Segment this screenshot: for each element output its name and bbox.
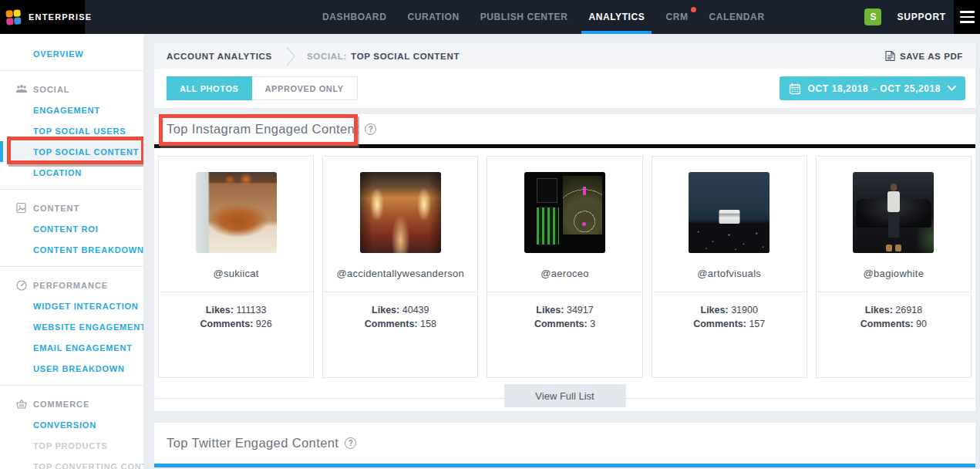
instagram-handle: @sukiicat: [159, 268, 313, 279]
sidebar-item-label: TOP SOCIAL USERS: [33, 127, 126, 136]
instagram-photo[interactable]: [196, 172, 277, 253]
sidebar-item-label: LOCATION: [33, 168, 82, 177]
likes-label: Likes:: [372, 305, 399, 315]
sidebar-item-user-breakdown[interactable]: USER BREAKDOWN: [0, 358, 143, 379]
date-range-picker[interactable]: OCT 18,2018 – OCT 25,2018: [780, 76, 965, 100]
sidebar-item-label: USER BREAKDOWN: [33, 364, 125, 373]
sidebar-item-conversion[interactable]: CONVERSION: [0, 414, 143, 435]
breadcrumb: ACCOUNT ANALYTICS SOCIAL: TOP SOCIAL CON…: [154, 43, 975, 69]
sidebar-item-top-products: TOP PRODUCTS: [0, 435, 143, 456]
card-stats: Likes: 34917 Comments: 3: [487, 292, 642, 331]
tab-all-photos[interactable]: ALL PHOTOS: [167, 76, 252, 100]
likes-value: 40439: [402, 305, 429, 315]
content-card: @bagiowhite Likes: 26918 Comments: 90: [816, 156, 972, 378]
breadcrumb-root[interactable]: ACCOUNT ANALYTICS: [167, 52, 272, 61]
sidebar-item-overview[interactable]: OVERVIEW: [0, 43, 143, 64]
instagram-cards: @sukiicat Likes: 111133 Comments: 926 @a…: [154, 148, 975, 378]
divider: [0, 189, 143, 190]
sidebar-item-label: ENGAGEMENT: [33, 106, 100, 115]
card-stats: Likes: 31900 Comments: 157: [652, 292, 807, 331]
brand-logo-icon: [5, 9, 21, 25]
sidebar-item-label: TOP PRODUCTS: [33, 441, 108, 450]
instagram-handle: @artofvisuals: [652, 268, 807, 279]
nav-item-analytics[interactable]: ANALYTICS: [588, 0, 645, 34]
divider: [0, 70, 143, 71]
sidebar-section-label: SOCIAL: [33, 85, 70, 94]
tab-approved-only[interactable]: APPROVED ONLY: [252, 76, 358, 100]
sidebar-item-top-social-users[interactable]: TOP SOCIAL USERS: [0, 120, 143, 141]
nav-item-curation[interactable]: CURATION: [407, 0, 459, 34]
sidebar-item-email-engagement[interactable]: EMAIL ENGAGEMENT: [0, 337, 143, 358]
help-icon[interactable]: ?: [365, 123, 376, 135]
people-icon: [15, 83, 28, 96]
date-range-label: OCT 18,2018 – OCT 25,2018: [808, 83, 941, 94]
chevron-right-icon: [286, 46, 296, 66]
breadcrumb-current: TOP SOCIAL CONTENT: [351, 52, 460, 61]
hamburger-menu-icon[interactable]: [954, 0, 980, 34]
sidebar-section-label: CONTENT: [33, 204, 79, 213]
sidebar-item-content-breakdown[interactable]: CONTENT BREAKDOWN: [0, 239, 143, 260]
sidebar-item-content-roi[interactable]: CONTENT ROI: [0, 218, 143, 239]
comments-label: Comments:: [200, 319, 254, 329]
card-stats: Likes: 40439 Comments: 158: [323, 292, 477, 331]
sidebar-item-widget-interaction[interactable]: WIDGET INTERACTION: [0, 295, 143, 316]
sidebar-section-content: CONTENT: [0, 197, 143, 218]
sidebar-item-label: WIDGET INTERACTION: [33, 302, 139, 311]
instagram-photo[interactable]: [524, 172, 605, 253]
sidebar-section-performance: PERFORMANCE: [0, 275, 143, 295]
instagram-photo[interactable]: [689, 172, 770, 253]
sidebar-item-label: OVERVIEW: [33, 49, 84, 59]
gauge-icon: [15, 279, 28, 292]
sidebar: OVERVIEW SOCIAL ENGAGEMENT TOP SOCIAL US…: [0, 34, 143, 469]
comments-value: 158: [420, 319, 436, 329]
save-as-pdf-button[interactable]: SAVE AS PDF: [885, 50, 963, 62]
image-doc-icon: [15, 202, 28, 214]
instagram-photo[interactable]: [853, 172, 934, 253]
help-icon[interactable]: ?: [345, 437, 356, 449]
sidebar-item-top-converting-content: TOP CONVERTING CONTENT: [0, 456, 143, 469]
sidebar-item-label: TOP CONVERTING CONTENT: [33, 462, 143, 469]
instagram-handle: @aeroceo: [487, 268, 642, 279]
comments-value: 926: [256, 319, 272, 329]
divider: [0, 385, 143, 386]
nav-item-calendar[interactable]: CALENDAR: [709, 0, 765, 34]
card-stats: Likes: 111133 Comments: 926: [159, 292, 313, 331]
sidebar-item-location[interactable]: LOCATION: [0, 162, 143, 183]
twitter-section-title: Top Twitter Engaged Content: [167, 436, 338, 450]
top-navigation-bar: ENTERPRISE DASHBOARD CURATION PUBLISH CE…: [0, 0, 980, 34]
support-link[interactable]: SUPPORT: [897, 12, 946, 22]
content-card: @sukiicat Likes: 111133 Comments: 926: [158, 156, 314, 378]
user-avatar[interactable]: S: [864, 8, 881, 25]
sidebar-item-label: EMAIL ENGAGEMENT: [33, 343, 133, 353]
sidebar-item-engagement[interactable]: ENGAGEMENT: [0, 100, 143, 120]
main-content: ACCOUNT ANALYTICS SOCIAL: TOP SOCIAL CON…: [154, 0, 975, 469]
breadcrumb-section-prefix: SOCIAL:: [307, 52, 347, 61]
content-card: @accidentallywesanderson Likes: 40439 Co…: [322, 156, 478, 378]
comments-label: Comments:: [693, 319, 746, 329]
instagram-handle: @bagiowhite: [817, 268, 971, 279]
likes-label: Likes:: [206, 305, 234, 315]
view-full-list-button[interactable]: View Full List: [504, 384, 626, 407]
twitter-section: Top Twitter Engaged Content ?: [154, 423, 975, 467]
instagram-photo[interactable]: [360, 172, 441, 253]
nav-item-crm-label: CRM: [665, 12, 688, 22]
filter-tabs-row: ALL PHOTOS APPROVED ONLY OCT 18,2018 – O…: [154, 69, 975, 108]
sidebar-item-top-social-content[interactable]: TOP SOCIAL CONTENT: [0, 141, 143, 162]
nav-item-publish-center[interactable]: PUBLISH CENTER: [480, 0, 568, 34]
nav-item-crm[interactable]: CRM: [665, 0, 688, 34]
comments-value: 90: [916, 319, 927, 329]
likes-value: 31900: [731, 305, 758, 315]
instagram-handle: @accidentallywesanderson: [323, 268, 477, 279]
sidebar-item-website-engagement[interactable]: WEBSITE ENGAGEMENT: [0, 316, 143, 337]
likes-value: 26918: [895, 305, 922, 315]
sidebar-section-commerce: COMMERCE: [0, 393, 143, 414]
brand-block[interactable]: ENTERPRISE: [0, 0, 85, 34]
sidebar-section-label: COMMERCE: [33, 400, 89, 409]
instagram-section-header: Top Instagram Engaged Content ?: [154, 114, 975, 144]
likes-label: Likes:: [536, 305, 564, 315]
card-stats: Likes: 26918 Comments: 90: [817, 292, 971, 331]
nav-item-dashboard[interactable]: DASHBOARD: [322, 0, 386, 34]
comments-label: Comments:: [534, 319, 588, 329]
comments-value: 3: [590, 319, 595, 329]
comments-label: Comments:: [860, 319, 914, 329]
